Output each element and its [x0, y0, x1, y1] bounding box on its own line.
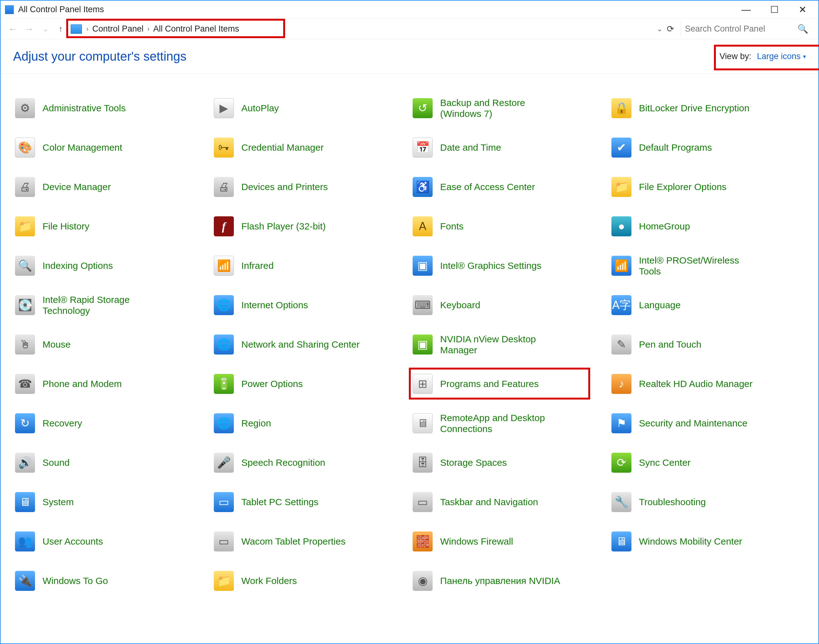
- mouse-icon: 🖱: [14, 334, 36, 355]
- refresh-button[interactable]: ⟳: [667, 24, 674, 34]
- control-panel-item[interactable]: 🌐Region: [212, 408, 409, 438]
- control-panel-item-label: Speech Recognition: [241, 457, 325, 468]
- control-panel-item-label: Pen and Touch: [639, 339, 701, 350]
- control-panel-item[interactable]: ✎Pen and Touch: [610, 330, 807, 359]
- control-panel-item[interactable]: 🖨Devices and Printers: [212, 172, 409, 202]
- control-panel-item-label: Flash Player (32-bit): [241, 221, 326, 232]
- control-panel-item[interactable]: 📶Intel® PROSet/Wireless Tools: [610, 251, 807, 281]
- control-panel-item-label: Sync Center: [639, 457, 690, 468]
- control-panel-item[interactable]: ♪Realtek HD Audio Manager: [610, 369, 807, 399]
- control-panel-item[interactable]: ↻Recovery: [13, 408, 210, 438]
- view-by-value[interactable]: Large icons ▾: [757, 52, 806, 61]
- control-panel-item-label: Devices and Printers: [241, 181, 328, 192]
- control-panel-item[interactable]: A字Language: [610, 290, 807, 320]
- devprint-icon: 🖨: [213, 176, 235, 198]
- control-panel-item[interactable]: ▣Intel® Graphics Settings: [411, 251, 608, 281]
- maximize-button[interactable]: ☐: [760, 1, 788, 19]
- control-panel-item[interactable]: AFonts: [411, 211, 608, 241]
- homegroup-icon: ●: [611, 216, 632, 237]
- control-panel-item[interactable]: ⟳Sync Center: [610, 448, 807, 478]
- control-panel-item[interactable]: 🌐Network and Sharing Center: [212, 330, 409, 359]
- control-panel-item-label: NVIDIA nView Desktop Manager: [440, 334, 562, 356]
- search-box[interactable]: 🔍: [680, 22, 813, 36]
- control-panel-item-label: Default Programs: [639, 142, 712, 153]
- control-panel-item[interactable]: 🔧Troubleshooting: [610, 487, 807, 517]
- control-panel-item-label: Region: [241, 418, 271, 429]
- breadcrumb-root[interactable]: Control Panel: [92, 23, 144, 34]
- up-button[interactable]: ↑: [55, 23, 66, 35]
- control-panel-item[interactable]: 🔒BitLocker Drive Encryption: [610, 93, 807, 123]
- control-panel-item-label: Windows To Go: [43, 575, 108, 586]
- cred-icon: 🗝: [213, 137, 235, 158]
- remote-icon: 🖥: [412, 412, 433, 434]
- control-panel-item[interactable]: ▭Tablet PC Settings: [212, 487, 409, 517]
- control-panel-item[interactable]: 🖨Device Manager: [13, 172, 210, 202]
- control-panel-item[interactable]: ☎Phone and Modem: [13, 369, 210, 399]
- control-panel-item[interactable]: 📁Work Folders: [212, 566, 409, 596]
- breadcrumb-current[interactable]: All Control Panel Items: [153, 23, 240, 34]
- control-panel-item-label: Infrared: [241, 260, 273, 271]
- mobility-icon: 🖥: [611, 531, 632, 552]
- control-panel-item[interactable]: 📁File Explorer Options: [610, 172, 807, 202]
- intelrst-icon: 💽: [14, 294, 36, 316]
- control-panel-item[interactable]: ▶AutoPlay: [212, 93, 409, 123]
- control-panel-item-label: Phone and Modem: [43, 378, 122, 389]
- workfold-icon: 📁: [213, 570, 235, 592]
- view-by-control[interactable]: View by: Large icons ▾: [719, 52, 806, 61]
- control-panel-item[interactable]: ↺Backup and Restore (Windows 7): [411, 93, 608, 123]
- filehist-icon: 📁: [14, 216, 36, 237]
- view-by-label: View by:: [719, 52, 752, 61]
- control-panel-item[interactable]: ⌨Keyboard: [411, 290, 608, 320]
- control-panel-item[interactable]: ▭Taskbar and Navigation: [411, 487, 608, 517]
- control-panel-item[interactable]: 📁File History: [13, 211, 210, 241]
- control-panel-item[interactable]: 🖥System: [13, 487, 210, 517]
- control-panel-item[interactable]: 💽Intel® Rapid Storage Technology: [13, 290, 210, 320]
- control-panel-item[interactable]: 🎨Color Management: [13, 133, 210, 163]
- control-panel-item[interactable]: ✔Default Programs: [610, 133, 807, 163]
- control-panel-item[interactable]: 🗄Storage Spaces: [411, 448, 608, 478]
- control-panel-item[interactable]: 🗝Credential Manager: [212, 133, 409, 163]
- control-panel-window: All Control Panel Items — ☐ ✕ ← → ⌄ ↑ › …: [0, 0, 819, 644]
- control-panel-item[interactable]: ♿Ease of Access Center: [411, 172, 608, 202]
- control-panel-item[interactable]: ⚙Administrative Tools: [13, 93, 210, 123]
- control-panel-item[interactable]: 🖥Windows Mobility Center: [610, 526, 807, 557]
- control-panel-item-label: Power Options: [241, 378, 303, 389]
- control-panel-item[interactable]: ◉Панель управления NVIDIA: [411, 566, 608, 596]
- navigation-row: ← → ⌄ ↑ › Control Panel › All Control Pa…: [1, 19, 818, 39]
- control-panel-item-label: Windows Firewall: [440, 536, 513, 547]
- control-panel-item[interactable]: 📅Date and Time: [411, 133, 608, 163]
- back-button[interactable]: ←: [6, 23, 19, 36]
- search-input[interactable]: [685, 24, 798, 34]
- control-panel-item[interactable]: 🔊Sound: [13, 448, 210, 478]
- control-panel-item[interactable]: 🖥RemoteApp and Desktop Connections: [411, 408, 608, 438]
- page-title: Adjust your computer's settings: [13, 49, 187, 63]
- intelwifi-icon: 📶: [611, 255, 632, 276]
- control-panel-item[interactable]: 👥User Accounts: [13, 526, 210, 557]
- speech-icon: 🎤: [213, 452, 235, 473]
- control-panel-item[interactable]: fFlash Player (32-bit): [212, 211, 409, 241]
- control-panel-item[interactable]: ●HomeGroup: [610, 211, 807, 241]
- control-panel-item[interactable]: 🔍Indexing Options: [13, 251, 210, 281]
- control-panel-item[interactable]: 🌐Internet Options: [212, 290, 409, 320]
- recent-dropdown[interactable]: ⌄: [39, 23, 52, 36]
- inet-icon: 🌐: [213, 294, 235, 316]
- close-button[interactable]: ✕: [788, 1, 816, 19]
- address-bar[interactable]: › Control Panel › All Control Panel Item…: [70, 22, 676, 36]
- taskbar-icon: ▭: [412, 491, 433, 513]
- control-panel-item-label: Security and Maintenance: [639, 418, 747, 429]
- control-panel-item[interactable]: ▣NVIDIA nView Desktop Manager: [411, 330, 608, 359]
- address-dropdown-icon[interactable]: ⌄: [657, 25, 663, 33]
- control-panel-item[interactable]: 🧱Windows Firewall: [411, 526, 608, 557]
- control-panel-item[interactable]: 📶Infrared: [212, 251, 409, 281]
- control-panel-item-label: Windows Mobility Center: [639, 536, 742, 547]
- control-panel-item[interactable]: ⚑Security and Maintenance: [610, 408, 807, 438]
- minimize-button[interactable]: —: [732, 1, 760, 19]
- control-panel-item[interactable]: 🔌Windows To Go: [13, 566, 210, 596]
- forward-button[interactable]: →: [23, 23, 36, 36]
- control-panel-item[interactable]: 🎤Speech Recognition: [212, 448, 409, 478]
- control-panel-item[interactable]: ⊞Programs and Features: [411, 369, 608, 399]
- control-panel-item[interactable]: 🖱Mouse: [13, 330, 210, 359]
- control-panel-item[interactable]: 🔋Power Options: [212, 369, 409, 399]
- control-panel-item[interactable]: ▭Wacom Tablet Properties: [212, 526, 409, 557]
- explorer-icon: 📁: [611, 176, 632, 198]
